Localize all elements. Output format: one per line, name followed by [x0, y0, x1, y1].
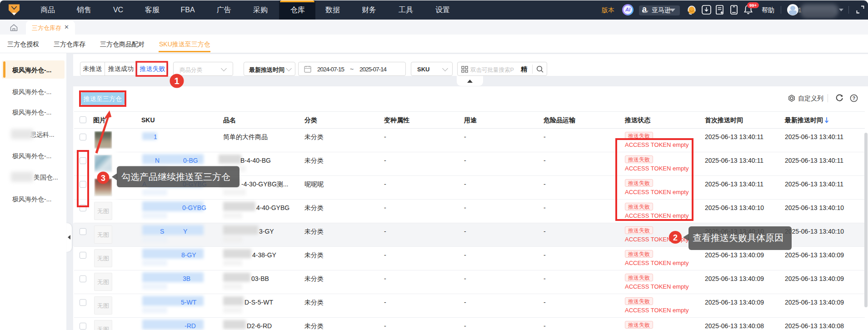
- svg-text:?: ?: [853, 95, 855, 101]
